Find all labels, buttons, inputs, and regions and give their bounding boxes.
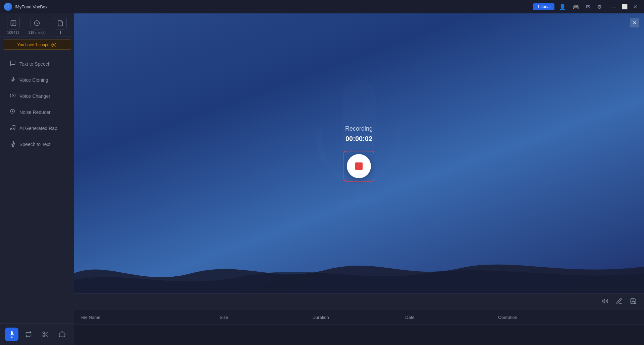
noise-reducer-icon bbox=[9, 109, 16, 116]
sidebar-item-text-to-speech[interactable]: Text to Speech bbox=[3, 56, 71, 72]
svg-rect-22 bbox=[59, 333, 65, 337]
edit-icon-button[interactable] bbox=[614, 296, 625, 307]
svg-point-18 bbox=[43, 335, 45, 337]
count-icon bbox=[54, 17, 67, 29]
tab-loop[interactable] bbox=[22, 328, 35, 341]
svg-marker-25 bbox=[602, 299, 605, 303]
tab-record[interactable] bbox=[5, 328, 18, 341]
sidebar-item-voice-changer[interactable]: Voice Changer bbox=[3, 88, 71, 104]
sidebar-item-noise-reducer[interactable]: Noise Reducer bbox=[3, 105, 71, 120]
save-icon-button[interactable] bbox=[628, 296, 639, 307]
coupon-text: You have 1 coupon(s) bbox=[17, 43, 56, 47]
settings-icon[interactable]: ⚙ bbox=[595, 3, 604, 11]
column-operation: Operation bbox=[498, 315, 637, 320]
sidebar-item-speech-to-text[interactable]: Speech to Text bbox=[3, 137, 71, 152]
wave-animation bbox=[74, 253, 644, 293]
voice-changer-icon bbox=[9, 92, 16, 100]
stat-minutes: 115 min(s) bbox=[28, 17, 46, 34]
svg-point-11 bbox=[10, 128, 12, 130]
title-bar-right: Tutorial 👤 🎮 ✉ ⚙ — ⬜ ✕ bbox=[533, 2, 640, 11]
svg-rect-7 bbox=[12, 77, 14, 80]
text-to-speech-icon bbox=[9, 60, 16, 68]
tab-briefcase[interactable] bbox=[55, 328, 69, 341]
tab-cut[interactable] bbox=[39, 328, 52, 341]
recording-timer: 00:00:02 bbox=[345, 135, 372, 143]
svg-point-17 bbox=[43, 332, 45, 334]
table-header: File Name Size Duration Date Operation bbox=[74, 310, 644, 325]
minimize-button[interactable]: — bbox=[609, 2, 619, 11]
svg-point-12 bbox=[13, 128, 15, 130]
speech-to-text-icon bbox=[9, 141, 16, 148]
minutes-value: 115 min(s) bbox=[28, 30, 46, 34]
bottom-tabs bbox=[0, 323, 74, 345]
recording-visualization: ✕ Recording 00:0 bbox=[74, 13, 644, 293]
volume-icon-button[interactable] bbox=[600, 296, 610, 307]
nav-items: Text to Speech Voice Cloning bbox=[0, 52, 74, 323]
stat-characters: 105413 bbox=[7, 17, 20, 34]
column-date: Date bbox=[405, 315, 498, 320]
window-controls: — ⬜ ✕ bbox=[609, 2, 640, 11]
recording-label: Recording bbox=[345, 125, 373, 132]
sidebar-item-label-text-to-speech: Text to Speech bbox=[19, 61, 51, 67]
app-logo: i bbox=[4, 3, 12, 11]
stop-icon bbox=[355, 162, 363, 170]
column-size: Size bbox=[220, 315, 313, 320]
table-body bbox=[74, 325, 644, 345]
ai-generated-rap-icon bbox=[9, 125, 16, 132]
content-area: ✕ Recording 00:0 bbox=[74, 13, 644, 345]
sidebar: 105413 115 min(s) bbox=[0, 13, 74, 345]
recording-info: Recording 00:00:02 bbox=[343, 125, 374, 182]
viz-top-right: ✕ bbox=[630, 18, 639, 27]
svg-point-9 bbox=[12, 95, 14, 96]
sidebar-item-ai-generated-rap[interactable]: AI Generated Rap bbox=[3, 121, 71, 136]
user-icon[interactable]: 👤 bbox=[557, 3, 568, 11]
sidebar-item-voice-cloning[interactable]: Voice Cloning bbox=[3, 72, 71, 88]
count-value: 1 bbox=[59, 30, 61, 34]
gamepad-icon[interactable]: 🎮 bbox=[571, 3, 581, 11]
stop-recording-button[interactable] bbox=[347, 154, 371, 178]
sidebar-item-label-noise-reducer: Noise Reducer bbox=[19, 110, 51, 115]
stat-count: 1 bbox=[54, 17, 67, 34]
characters-value: 105413 bbox=[7, 30, 19, 34]
close-button[interactable]: ✕ bbox=[631, 2, 640, 11]
action-row bbox=[74, 293, 644, 310]
title-bar: i iMyFone VoxBox Tutorial 👤 🎮 ✉ ⚙ — ⬜ ✕ bbox=[0, 0, 644, 13]
stop-button-container bbox=[343, 151, 374, 182]
sidebar-item-label-voice-cloning: Voice Cloning bbox=[19, 77, 48, 83]
mail-icon[interactable]: ✉ bbox=[584, 3, 592, 11]
stats-row: 105413 115 min(s) bbox=[0, 13, 74, 37]
svg-line-21 bbox=[44, 333, 45, 334]
svg-line-20 bbox=[46, 335, 48, 337]
column-duration: Duration bbox=[313, 315, 406, 320]
file-table: File Name Size Duration Date Operation bbox=[74, 310, 644, 345]
characters-icon bbox=[7, 17, 20, 29]
column-file-name: File Name bbox=[80, 315, 220, 320]
title-bar-left: i iMyFone VoxBox bbox=[4, 3, 48, 11]
maximize-button[interactable]: ⬜ bbox=[620, 2, 629, 11]
corner-close-button[interactable]: ✕ bbox=[630, 18, 639, 27]
main-layout: 105413 115 min(s) bbox=[0, 13, 644, 345]
coupon-banner: You have 1 coupon(s) bbox=[3, 40, 71, 50]
svg-line-6 bbox=[37, 23, 38, 24]
sidebar-item-label-voice-changer: Voice Changer bbox=[19, 93, 50, 99]
sidebar-item-label-ai-generated-rap: AI Generated Rap bbox=[19, 126, 57, 131]
tutorial-button[interactable]: Tutorial bbox=[533, 3, 554, 10]
app-title: iMyFone VoxBox bbox=[15, 4, 48, 9]
sidebar-item-label-speech-to-text: Speech to Text bbox=[19, 142, 50, 147]
minutes-icon bbox=[31, 17, 43, 29]
voice-cloning-icon bbox=[9, 76, 16, 84]
